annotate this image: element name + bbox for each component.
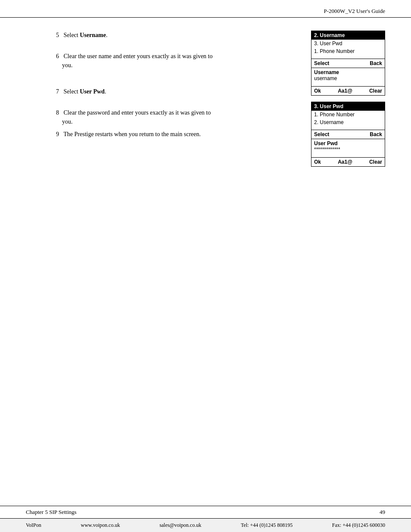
step-6: 6 Clear the user name and enter yours ex… [56, 52, 302, 70]
screen-2-aa1[interactable]: Aa1@ [338, 88, 352, 94]
step-5-text: Select Username. [64, 32, 108, 38]
step-7-number: 7 [56, 88, 59, 95]
screen-3-back[interactable]: Back [370, 131, 382, 137]
header-title: P-2000W_V2 User's Guide [324, 8, 385, 15]
screen-3-select[interactable]: Select [314, 131, 329, 137]
screen-4-actions: Ok Aa1@ Clear [311, 157, 385, 166]
screen-2-clear[interactable]: Clear [369, 88, 382, 94]
step-8-text: Clear the password and enter yours exact… [64, 109, 211, 116]
screen-2-field-label: Username [311, 68, 385, 75]
screen-2-field-value: username [311, 75, 385, 83]
step-9: 9 The Prestige restarts when you return … [56, 130, 302, 139]
screen-2-ok[interactable]: Ok [314, 88, 321, 94]
screen-3-spacer [311, 126, 385, 130]
step-8: 8 Clear the password and enter yours exa… [56, 108, 302, 126]
screen-4-userpwd-input: User Pwd ************* Ok Aa1@ Clear [311, 139, 385, 167]
screen-3-item-2: 2. Username [311, 118, 385, 126]
screen-3-userpwd-menu: 3. User Pwd 1. Phone Number 2. Username … [311, 102, 385, 139]
screen-1-back[interactable]: Back [370, 60, 382, 66]
screens-gap-1 [311, 96, 385, 102]
screen-4-clear[interactable]: Clear [369, 159, 382, 165]
step-7: 7 Select User Pwd. [56, 87, 302, 96]
screen-3-header: 3. User Pwd [311, 102, 385, 111]
page-header: P-2000W_V2 User's Guide [0, 0, 411, 18]
footer-company: VoIPon [26, 522, 41, 529]
footer-website: www.voipon.co.uk [81, 522, 120, 529]
screen-4-spacer [311, 154, 385, 157]
step-5-number: 5 [56, 32, 59, 38]
screen-2-username-input: Username username Ok Aa1@ Clear [311, 68, 385, 96]
screen-1-header: 2. Username [311, 31, 385, 40]
screen-1-actions: Select Back [311, 59, 385, 68]
page-number: 49 [380, 509, 385, 516]
screen-4-ok[interactable]: Ok [314, 159, 321, 165]
screen-1-spacer [311, 55, 385, 59]
footer-tel: Tel: +44 (0)1245 808195 [241, 522, 293, 529]
step-7-text: Select User Pwd. [64, 88, 106, 95]
step-6-number: 6 [56, 53, 59, 59]
footer-email: sales@voipon.co.uk [159, 522, 201, 529]
screen-1-select[interactable]: Select [314, 60, 329, 66]
step-9-text: The Prestige restarts when you return to… [63, 131, 201, 137]
screen-3-item-1: 1. Phone Number [311, 111, 385, 118]
step-8-number: 8 [56, 109, 59, 116]
screen-1-item-2: 1. Phone Number [311, 47, 385, 55]
footer-chapter: Chapter 5 SIP Settings 49 [0, 506, 411, 518]
footer-fax: Fax: +44 (0)1245 600030 [332, 522, 385, 529]
screen-2-spacer [311, 83, 385, 86]
screen-4-aa1[interactable]: Aa1@ [338, 159, 352, 165]
screen-1-username-menu: 2. Username 3. User Pwd 1. Phone Number … [311, 31, 385, 68]
step-9-number: 9 [56, 131, 59, 137]
screen-4-field-label: User Pwd [311, 139, 385, 146]
screens-panel: 2. Username 3. User Pwd 1. Phone Number … [311, 31, 385, 167]
screen-2-actions: Ok Aa1@ Clear [311, 86, 385, 95]
screen-3-actions: Select Back [311, 130, 385, 139]
step-5: 5 Select Username. [56, 31, 302, 40]
footer-contact: VoIPon www.voipon.co.uk sales@voipon.co.… [0, 518, 411, 532]
step-6-continuation: you. [62, 61, 302, 70]
chapter-label: Chapter 5 SIP Settings [26, 509, 77, 516]
content-area: 5 Select Username. 6 Clear the user name… [0, 18, 411, 167]
screen-4-field-value: ************* [311, 146, 385, 154]
page-footer: Chapter 5 SIP Settings 49 VoIPon www.voi… [0, 506, 411, 532]
step-6-text: Clear the user name and enter yours exac… [64, 53, 213, 59]
instructions: 5 Select Username. 6 Clear the user name… [56, 31, 302, 167]
screen-1-item-1: 3. User Pwd [311, 40, 385, 47]
step-8-continuation: you. [62, 117, 302, 126]
